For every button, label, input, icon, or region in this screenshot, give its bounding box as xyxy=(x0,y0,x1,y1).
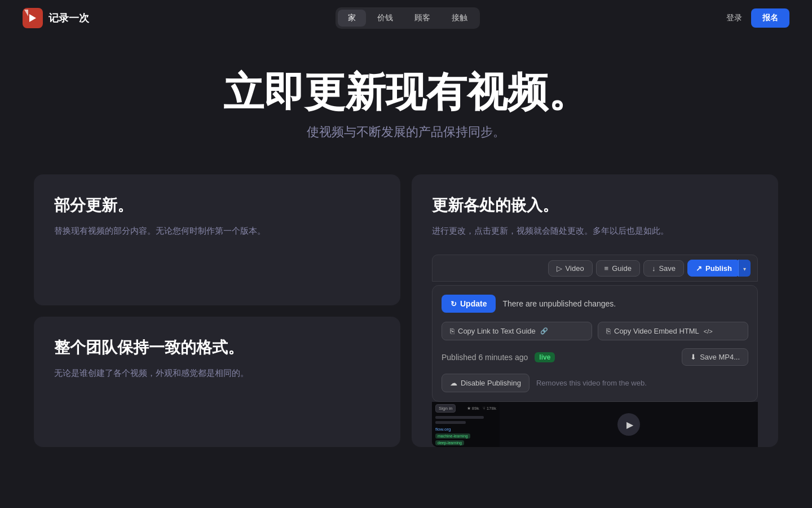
guide-tab-button[interactable]: ≡ Guide xyxy=(596,260,640,277)
toolbar: ▷ Video ≡ Guide ↓ Save ↗ Publish xyxy=(432,255,758,282)
tag-row-2: deep-learning xyxy=(435,440,496,445)
card2-desc: 进行更改，点击更新，视频就会随处更改。多年以后也是如此。 xyxy=(432,224,758,238)
copy-row: ⎘ Copy Link to Text Guide 🔗 ⎘ Copy Video… xyxy=(442,322,748,340)
copy-embed-label: Copy Video Embed HTML xyxy=(614,327,699,335)
play-button[interactable]: ▶ xyxy=(617,413,640,436)
navbar-actions: 登录 报名 xyxy=(726,8,789,28)
disable-label: Disable Publishing xyxy=(461,379,521,387)
link-icon: ⎘ xyxy=(450,327,454,335)
update-row: ↻ Update There are unpublished changes. xyxy=(442,295,748,313)
card2-title: 更新各处的嵌入。 xyxy=(432,195,758,216)
star-row: ★ 89k ⑂ 178k xyxy=(467,406,496,411)
video-tab-button[interactable]: ▷ Video xyxy=(548,260,593,277)
thumb-content: Sign in ★ 89k ⑂ 178k flow.org xyxy=(432,402,500,447)
thumb-line-1 xyxy=(435,416,484,419)
video-icon: ▷ xyxy=(557,264,562,273)
update-icon: ↻ xyxy=(451,300,457,308)
copy-link-label: Copy Link to Text Guide xyxy=(458,327,536,335)
thumb-header: Sign in ★ 89k ⑂ 178k xyxy=(435,404,496,413)
save-icon: ↓ xyxy=(652,264,656,273)
feature-cards: 部分更新。 替换现有视频的部分内容。无论您何时制作第一个版本。 更新各处的嵌入。… xyxy=(0,174,812,447)
update-button[interactable]: ↻ Update xyxy=(442,295,496,313)
published-row: Published 6 minutes ago live ⬇ Save MP4.… xyxy=(442,348,748,366)
svg-marker-0 xyxy=(29,14,36,22)
card3-title: 整个团队保持一致的格式。 xyxy=(54,337,380,358)
star-icon: ★ xyxy=(467,406,471,411)
fork-count: 178k xyxy=(487,406,496,411)
publish-button[interactable]: ↗ Publish xyxy=(687,260,740,277)
tag-1: machine-learning xyxy=(435,433,470,439)
disable-description: Removes this video from the web. xyxy=(536,379,647,387)
thumb-url: flow.org xyxy=(435,427,496,432)
copy-embed-button[interactable]: ⎘ Copy Video Embed HTML </> xyxy=(598,322,748,340)
disable-row: ☁ Disable Publishing Removes this video … xyxy=(442,374,748,392)
tag-2: deep-learning xyxy=(435,440,464,445)
save-label: Save xyxy=(659,264,676,273)
star-count: 89k xyxy=(472,406,479,411)
hero-title: 立即更新现有视频。 xyxy=(0,70,812,115)
hero-section: 立即更新现有视频。 使视频与不断发展的产品保持同步。 xyxy=(0,36,812,163)
save-mp4-button[interactable]: ⬇ Save MP4... xyxy=(682,348,748,366)
card1-desc: 替换现有视频的部分内容。无论您何时制作第一个版本。 xyxy=(54,224,380,238)
card3-desc: 无论是谁创建了各个视频，外观和感觉都是相同的。 xyxy=(54,366,380,380)
cloud-off-icon: ☁ xyxy=(450,379,457,387)
code-icon: </> xyxy=(704,328,713,335)
logo-area: 记录一次 xyxy=(23,8,89,28)
card-partial-update: 部分更新。 替换现有视频的部分内容。无论您何时制作第一个版本。 xyxy=(34,174,400,305)
nav-item-contact[interactable]: 接触 xyxy=(442,10,478,27)
save-mp4-label: Save MP4... xyxy=(700,353,740,361)
play-icon: ▶ xyxy=(626,419,633,430)
chevron-down-icon: ▾ xyxy=(743,266,746,272)
embed-icon: ⎘ xyxy=(606,327,611,335)
navbar: 记录一次 家 价钱 顾客 接触 登录 报名 xyxy=(0,0,812,36)
video-tab-label: Video xyxy=(566,264,584,273)
demo-ui: ▷ Video ≡ Guide ↓ Save ↗ Publish xyxy=(432,255,758,447)
update-label: Update xyxy=(460,299,487,308)
nav-item-price[interactable]: 价钱 xyxy=(367,10,403,27)
video-preview-area: ▶ xyxy=(500,402,758,447)
sign-in-chip: Sign in xyxy=(435,404,456,413)
signup-button[interactable]: 报名 xyxy=(751,8,789,28)
disable-publishing-button[interactable]: ☁ Disable Publishing xyxy=(442,374,529,392)
publish-label: Publish xyxy=(705,264,732,273)
chain-icon: 🔗 xyxy=(540,327,548,335)
login-button[interactable]: 登录 xyxy=(726,13,742,23)
video-thumbnail-strip: Sign in ★ 89k ⑂ 178k flow.org xyxy=(432,402,758,447)
save-button[interactable]: ↓ Save xyxy=(643,260,684,277)
video-thumbnail: Sign in ★ 89k ⑂ 178k flow.org xyxy=(432,402,500,447)
fork-icon: ⑂ xyxy=(483,406,486,411)
unpublished-message: There are unpublished changes. xyxy=(502,299,616,308)
logo-icon xyxy=(23,8,43,28)
card1-title: 部分更新。 xyxy=(54,195,380,216)
card-team-format: 整个团队保持一致的格式。 无论是谁创建了各个视频，外观和感觉都是相同的。 xyxy=(34,317,400,448)
nav-item-customers[interactable]: 顾客 xyxy=(404,10,440,27)
tag-row: machine-learning xyxy=(435,433,496,439)
nav-menu: 家 价钱 顾客 接触 xyxy=(336,7,480,29)
publish-dropdown-button[interactable]: ▾ xyxy=(738,260,751,277)
published-time: Published 6 minutes ago xyxy=(442,353,528,362)
publish-icon: ↗ xyxy=(696,264,702,273)
guide-icon: ≡ xyxy=(604,264,609,273)
logo-text: 记录一次 xyxy=(48,11,89,25)
copy-link-button[interactable]: ⎘ Copy Link to Text Guide 🔗 xyxy=(442,322,592,340)
hero-subtitle: 使视频与不断发展的产品保持同步。 xyxy=(0,124,812,141)
publish-dropdown-panel: ↻ Update There are unpublished changes. … xyxy=(432,285,758,402)
thumb-line-2 xyxy=(435,421,466,424)
guide-tab-label: Guide xyxy=(612,264,632,273)
card-embed-update: 更新各处的嵌入。 进行更改，点击更新，视频就会随处更改。多年以后也是如此。 ▷ … xyxy=(412,174,778,447)
download-icon: ⬇ xyxy=(690,353,696,361)
publish-button-group: ↗ Publish ▾ xyxy=(687,260,751,277)
nav-item-home[interactable]: 家 xyxy=(338,10,366,27)
live-badge: live xyxy=(535,352,555,362)
